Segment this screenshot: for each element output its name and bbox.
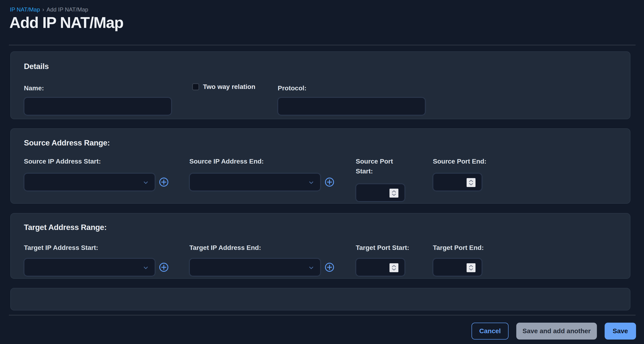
target-heading: Target Address Range: [24, 223, 107, 232]
chevron-down-icon [143, 265, 148, 271]
name-input[interactable] [24, 97, 172, 115]
target-ip-start-add-button[interactable] [159, 262, 169, 272]
source-heading: Source Address Range: [24, 138, 110, 147]
target-ip-start-select[interactable] [24, 258, 155, 276]
chevron-down-icon [143, 180, 148, 186]
target-ip-start-label: Target IP Address Start: [24, 243, 98, 253]
breadcrumb-link-ip-nat-map[interactable]: IP NAT/Map [10, 6, 40, 13]
source-ip-end-add-button[interactable] [324, 177, 334, 187]
stepper-up-down-icon[interactable] [466, 263, 476, 272]
target-port-end-label: Target Port End: [433, 243, 503, 253]
empty-section-card [10, 288, 630, 310]
source-port-end-label: Source Port End: [433, 156, 503, 166]
source-address-range-card: Source Address Range: Source IP Address … [10, 128, 630, 204]
breadcrumb: IP NAT/Map›Add IP NAT/Map [10, 6, 88, 14]
source-ip-start-add-button[interactable] [159, 177, 169, 187]
source-ip-end-label: Source IP Address End: [189, 156, 264, 166]
protocol-label: Protocol: [278, 83, 306, 93]
name-label: Name: [24, 83, 44, 93]
save-button[interactable]: Save [605, 323, 636, 339]
details-heading: Details [24, 62, 49, 71]
target-port-start-label: Target Port Start: [356, 243, 426, 253]
target-address-range-card: Target Address Range: Target IP Address … [10, 213, 630, 279]
two-way-relation-checkbox[interactable] [192, 83, 199, 90]
add-ip-nat-map-page: IP NAT/Map›Add IP NAT/Map Add IP NAT/Map… [0, 0, 644, 344]
stepper-up-down-icon[interactable] [390, 189, 398, 198]
breadcrumb-separator: › [42, 6, 44, 13]
target-ip-end-label: Target IP Address End: [189, 243, 261, 253]
plus-circle-icon [159, 184, 169, 188]
source-ip-start-label: Source IP Address Start: [24, 156, 101, 166]
plus-circle-icon [324, 184, 334, 188]
chevron-down-icon [308, 180, 314, 186]
stepper-up-down-icon[interactable] [390, 263, 398, 272]
target-ip-end-select[interactable] [189, 258, 320, 276]
target-port-start-input[interactable] [356, 258, 405, 276]
details-card: Details Name: Two way relation Protocol: [10, 51, 630, 119]
cancel-button[interactable]: Cancel [472, 323, 508, 339]
target-ip-end-add-button[interactable] [324, 262, 334, 272]
footer-divider [9, 315, 636, 315]
chevron-down-icon [308, 265, 314, 271]
source-port-start-input[interactable] [356, 184, 405, 202]
two-way-relation-label: Two way relation [203, 83, 256, 91]
source-ip-start-select[interactable] [24, 173, 155, 191]
source-port-start-label: Source Port Start: [356, 156, 400, 176]
two-way-relation-field: Two way relation [192, 83, 256, 91]
save-and-add-another-button[interactable]: Save and add another [516, 323, 597, 339]
protocol-input[interactable] [278, 97, 425, 115]
stepper-up-down-icon[interactable] [466, 178, 476, 187]
title-divider [9, 45, 636, 45]
target-port-end-input[interactable] [433, 258, 482, 276]
plus-circle-icon [159, 269, 169, 273]
source-port-end-input[interactable] [433, 173, 482, 191]
breadcrumb-current: Add IP NAT/Map [46, 6, 88, 13]
plus-circle-icon [324, 269, 334, 273]
page-title: Add IP NAT/Map [9, 13, 123, 32]
source-ip-end-select[interactable] [189, 173, 320, 191]
